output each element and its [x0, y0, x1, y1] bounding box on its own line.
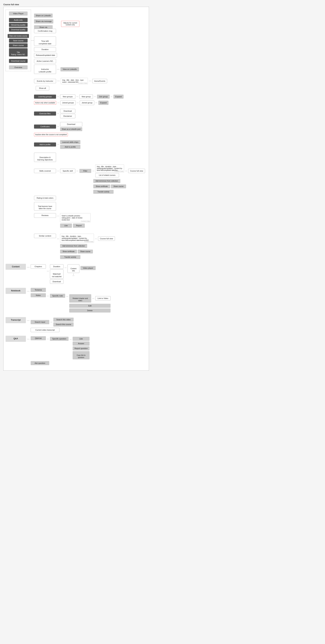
overview-items: Time left/ completed date Duration Relea… — [34, 36, 147, 74]
adjusts-note-box: Adjusts for current content only — [61, 21, 80, 27]
search-this-course-btn[interactable]: Search this course — [53, 322, 74, 326]
watched-not-node: Watched/ not watchet — [50, 270, 64, 279]
view-on-linkedin-btn[interactable]: View on LinkedIn — [60, 67, 79, 71]
video-player-sidebar: Video Player Audio only Streaming qualit… — [6, 10, 31, 71]
report-question-btn[interactable]: Report question — [72, 346, 90, 350]
add-to-profile-btn[interactable]: Add to profile — [34, 142, 56, 146]
save-course-btn[interactable]: Save course — [9, 38, 28, 43]
confirmation-zone: Confirmation msg — [34, 29, 147, 33]
notebook-label: Notebook — [6, 288, 26, 294]
qa-section: Q&A Q&A list Specific question Like — [6, 336, 147, 365]
main-content-area: Share on LinkedIn Share via message Shar… — [34, 10, 147, 260]
transfer-activity2-btn[interactable]: Transfer activity — [60, 255, 80, 259]
total-learners-row: Total learners have taken the course — [34, 202, 147, 211]
similar-content-section: Similar content Img - title - duration -… — [34, 233, 147, 260]
add-to-profile2-btn[interactable]: Add to profile — [60, 145, 80, 149]
expand2-btn[interactable]: Expand — [98, 101, 108, 105]
content-label: Content — [6, 264, 26, 270]
report-btn[interactable]: Report — [73, 224, 85, 228]
download-course-btn[interactable]: Download course — [9, 59, 28, 63]
overview-btn[interactable]: Overview — [9, 65, 28, 69]
instructor-profile-node: Instructor LinkedIn profile — [34, 65, 56, 74]
cert-download-btn[interactable]: Download — [60, 122, 82, 126]
add-remove-collection1-btn[interactable]: Add to/remove from collection — [93, 179, 120, 183]
total-learners-node: Total learners have taken the course — [34, 202, 56, 211]
share-course2-btn[interactable]: Share course — [78, 250, 93, 254]
content-data-label2: Content Data — [114, 170, 124, 172]
share-course1-btn[interactable]: Share course — [111, 184, 126, 188]
download-c-node[interactable]: Download — [50, 279, 64, 284]
learning-groups-btn[interactable]: Learning groups — [34, 94, 56, 99]
events-instructor-node: Events by instructor — [34, 79, 56, 83]
transcript-section: Transcript Search input Search this vide… — [6, 317, 147, 332]
chapters-node: Chapters — [31, 264, 46, 269]
filter-btn[interactable]: Filter — [80, 169, 91, 173]
certificates-btn[interactable]: Certificates — [34, 124, 56, 128]
show-certificate1-btn[interactable]: Show certificate — [93, 184, 110, 188]
rating-row: Rating & total voters — [34, 196, 147, 200]
related-chapter-video-btn[interactable]: Related chapter and video — [69, 294, 91, 302]
certificates-section: Certificates Download Share as a LinkedI… — [34, 122, 147, 137]
transfer-activity1-btn[interactable]: Transfer activity — [93, 190, 114, 194]
course-full-view-container: Video Player Audio only Streaming qualit… — [4, 7, 149, 370]
inactive-note: Inactive when the course is not complete… — [34, 133, 68, 136]
rate-review-btn[interactable]: Rate and review course — [8, 34, 29, 38]
download-quality-btn[interactable]: Download quality — [9, 28, 28, 32]
video-player-btn[interactable]: Video player — [80, 266, 96, 270]
streaming-quality-btn[interactable]: Streaming quality — [9, 23, 28, 27]
rating-voters-node: Rating & total voters — [34, 196, 56, 200]
join-group-btn[interactable]: Join group — [97, 94, 110, 99]
new-group-node: New group — [80, 94, 93, 99]
exercise-files-btn[interactable]: Exercise files — [34, 112, 56, 116]
adjusts-zone: Adjusts for current content only — [61, 21, 147, 27]
search-input-btn[interactable]: Search input — [31, 320, 49, 324]
active-only-note: Active only when available — [34, 101, 56, 104]
share-on-linkedin-btn[interactable]: Share on LinkedIn — [34, 14, 53, 18]
time-left-node: Time left/ completed date — [34, 36, 56, 46]
content-info-node: Content Info — [68, 264, 80, 273]
video-player-node[interactable]: Video Player — [9, 12, 28, 16]
reviews-node: Reviews — [34, 213, 56, 218]
specific-question-btn[interactable]: Specific question — [50, 337, 68, 341]
title-rating-node[interactable]: Title Rating- Voters NO. — [9, 48, 28, 56]
share-via-message-btn[interactable]: Share via message — [34, 19, 53, 23]
specific-skill-node: Specific skill — [60, 169, 75, 173]
show-certificate2-btn[interactable]: Show certificate — [60, 250, 77, 254]
edit-btn[interactable]: Edit — [69, 304, 110, 308]
course-full-view1-btn[interactable]: Course full view — [128, 169, 145, 173]
qa-label: Q&A — [6, 336, 26, 342]
copy-link-btn[interactable]: Copy link to question — [72, 351, 90, 360]
learned-skills-btn[interactable]: Learned skills chips — [60, 140, 80, 144]
confirmation-msg-node: Confirmation msg — [34, 29, 56, 33]
add-profile-row: Add to profile Learned skills chips Add … — [34, 140, 147, 149]
textarea-btn[interactable]: Textarea — [31, 288, 46, 292]
expand1-btn[interactable]: Expand — [114, 94, 124, 99]
audio-only-btn[interactable]: Audio only — [9, 18, 28, 22]
home-events-btn[interactable]: Home/Events — [92, 79, 107, 83]
like-qa-btn[interactable]: Like — [72, 337, 90, 341]
share-linkedin-post-btn[interactable]: Share as a LinkedIn post — [60, 127, 82, 131]
active-learners-node: Active Learners NO. — [34, 59, 56, 63]
duration-node: Duration — [34, 47, 56, 52]
add-remove-collection2-btn[interactable]: Add to/remove from collection — [60, 244, 87, 248]
answer-btn[interactable]: Answer — [72, 342, 90, 346]
disclaimer-node: Disclaimer — [60, 114, 75, 118]
content-data-label4: Content Data — [84, 241, 93, 242]
search-this-video-btn[interactable]: Search this video — [53, 318, 74, 322]
qa-list-btn[interactable]: Q&A list — [31, 336, 46, 340]
exercise-files-row: Exercise files Download Disclaimer — [34, 109, 147, 118]
exercise-download-btn[interactable]: Download — [60, 109, 75, 113]
ask-question-btn[interactable]: Ask question — [31, 361, 49, 365]
share-course-btn[interactable]: Share course — [9, 43, 28, 48]
like-btn[interactable]: Like — [60, 224, 72, 228]
link-to-video-btn[interactable]: Link to Video — [95, 296, 110, 300]
notes-btn[interactable]: Notes — [31, 293, 46, 297]
transcript-label: Transcript — [6, 317, 26, 323]
content-section: Content Chapters Duration Watched/ not w… — [6, 264, 147, 284]
specific-note-btn[interactable]: Specific note — [50, 294, 65, 298]
list-related-courses-node: List of related courses — [95, 173, 119, 177]
delete-btn[interactable]: Delete — [69, 308, 110, 312]
duration-c-node: Duration — [50, 264, 64, 269]
show-all-btn[interactable]: Show all — [36, 86, 49, 90]
course-full-view2-btn[interactable]: Course full view — [98, 236, 115, 241]
